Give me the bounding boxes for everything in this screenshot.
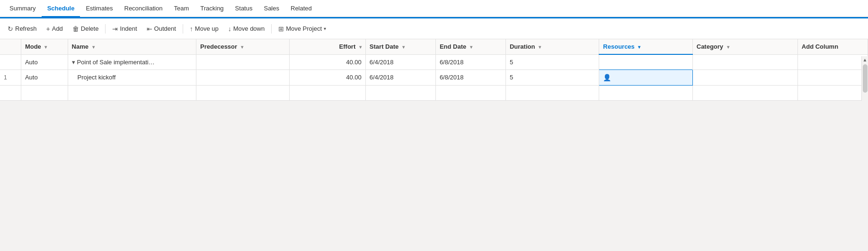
enddate-sort-icon: ▾ [470, 44, 472, 50]
outdent-button[interactable]: ⇤ Outdent [143, 23, 180, 35]
delete-button[interactable]: 🗑 Delete [69, 23, 103, 35]
row-duration-1: 5 [505, 69, 599, 85]
table-row-empty [0, 85, 868, 100]
row-addcol-0 [797, 54, 868, 69]
refresh-button[interactable]: ↻ Refresh [4, 23, 41, 35]
col-header-enddate[interactable]: End Date ▾ [435, 39, 505, 54]
col-header-mode[interactable]: Mode ▾ [21, 39, 68, 54]
nav-summary[interactable]: Summary [4, 0, 42, 17]
col-header-num [0, 39, 21, 54]
name-sort-icon: ▾ [92, 44, 95, 50]
person-icon: 👤 [603, 74, 611, 81]
pred-sort-icon: ▾ [241, 44, 243, 50]
indent-icon: ⇥ [112, 25, 118, 33]
sep1 [105, 24, 106, 34]
nav-related[interactable]: Related [285, 0, 318, 17]
row-mode-0: Auto [21, 54, 68, 69]
row-mode-1: Auto [21, 69, 68, 85]
effort-sort-icon: ▾ [359, 44, 362, 50]
move-down-icon: ↓ [228, 25, 231, 33]
row-resources-1[interactable]: 👤 [599, 69, 692, 85]
row-num-1: 1 [0, 69, 21, 85]
add-icon: + [46, 25, 50, 33]
top-nav: Summary Schedule Estimates Reconciliatio… [0, 0, 868, 17]
outdent-icon: ⇤ [147, 25, 152, 33]
nav-sales[interactable]: Sales [258, 0, 285, 17]
row-name-1: Project kickoff [68, 69, 196, 85]
table-body: Auto ▾Point of Sale implementati… 40.00 … [0, 54, 868, 100]
startdate-sort-icon: ▾ [402, 44, 405, 50]
row-effort-1: 40.00 [290, 69, 365, 85]
row-pred-1 [196, 69, 290, 85]
row-resources-0 [599, 54, 692, 69]
row-category-0 [692, 54, 797, 69]
move-project-icon: ⊞ [278, 25, 284, 33]
table-row[interactable]: 1 Auto Project kickoff 40.00 6/4/2018 6/… [0, 69, 868, 85]
col-header-startdate[interactable]: Start Date ▾ [365, 39, 435, 54]
col-header-name[interactable]: Name ▾ [68, 39, 196, 54]
nav-schedule[interactable]: Schedule [42, 0, 80, 17]
col-header-category[interactable]: Category ▾ [692, 39, 797, 54]
nav-tracking[interactable]: Tracking [195, 0, 229, 17]
add-button[interactable]: + Add [43, 23, 67, 35]
toolbar: ↻ Refresh + Add 🗑 Delete ⇥ Indent ⇤ Outd… [0, 18, 868, 39]
row-enddate-1: 6/8/2018 [435, 69, 505, 85]
sep3 [271, 24, 272, 34]
scroll-up-arrow[interactable]: ▲ [862, 56, 868, 63]
delete-icon: 🗑 [72, 25, 79, 33]
move-up-icon: ↑ [190, 25, 193, 33]
move-up-button[interactable]: ↑ Move up [186, 23, 222, 35]
row-startdate-1: 6/4/2018 [365, 69, 435, 85]
duration-sort-icon: ▾ [539, 44, 541, 50]
move-project-button[interactable]: ⊞ Move Project ▾ [275, 23, 330, 35]
expand-icon-0[interactable]: ▾ [72, 59, 75, 66]
col-header-predecessor[interactable]: Predecessor ▾ [196, 39, 290, 54]
nav-team[interactable]: Team [168, 0, 195, 17]
resources-sort-icon: ▾ [638, 44, 640, 50]
move-down-button[interactable]: ↓ Move down [224, 23, 268, 35]
row-pred-0 [196, 54, 290, 69]
schedule-table: Mode ▾ Name ▾ Predecessor ▾ Effort ▾ Sta… [0, 39, 868, 101]
col-header-resources[interactable]: Resources ▾ [599, 39, 692, 54]
table-scroll[interactable]: Mode ▾ Name ▾ Predecessor ▾ Effort ▾ Sta… [0, 39, 868, 101]
row-addcol-1 [797, 69, 868, 85]
move-project-chevron-icon: ▾ [324, 26, 326, 31]
row-startdate-0: 6/4/2018 [365, 54, 435, 69]
indent-button[interactable]: ⇥ Indent [108, 23, 141, 35]
scrollbar-thumb[interactable] [863, 64, 868, 93]
table-row[interactable]: Auto ▾Point of Sale implementati… 40.00 … [0, 54, 868, 69]
category-sort-icon: ▾ [727, 44, 729, 50]
row-category-1 [692, 69, 797, 85]
col-header-addcolumn[interactable]: Add Column [797, 39, 868, 54]
nav-estimates[interactable]: Estimates [80, 0, 118, 17]
row-name-0: ▾Point of Sale implementati… [68, 54, 196, 69]
mode-sort-icon: ▾ [44, 44, 47, 50]
col-header-duration[interactable]: Duration ▾ [505, 39, 599, 54]
row-duration-0: 5 [505, 54, 599, 69]
nav-status[interactable]: Status [230, 0, 258, 17]
col-header-effort[interactable]: Effort ▾ [290, 39, 365, 54]
table-header: Mode ▾ Name ▾ Predecessor ▾ Effort ▾ Sta… [0, 39, 868, 54]
row-effort-0: 40.00 [290, 54, 365, 69]
schedule-table-wrapper: Mode ▾ Name ▾ Predecessor ▾ Effort ▾ Sta… [0, 39, 868, 101]
nav-reconciliation[interactable]: Reconciliation [119, 0, 168, 17]
refresh-icon: ↻ [8, 25, 13, 33]
vertical-scrollbar[interactable]: ▲ ▼ [861, 56, 868, 101]
row-num-0 [0, 54, 21, 69]
sep2 [183, 24, 183, 34]
row-enddate-0: 6/8/2018 [435, 54, 505, 69]
